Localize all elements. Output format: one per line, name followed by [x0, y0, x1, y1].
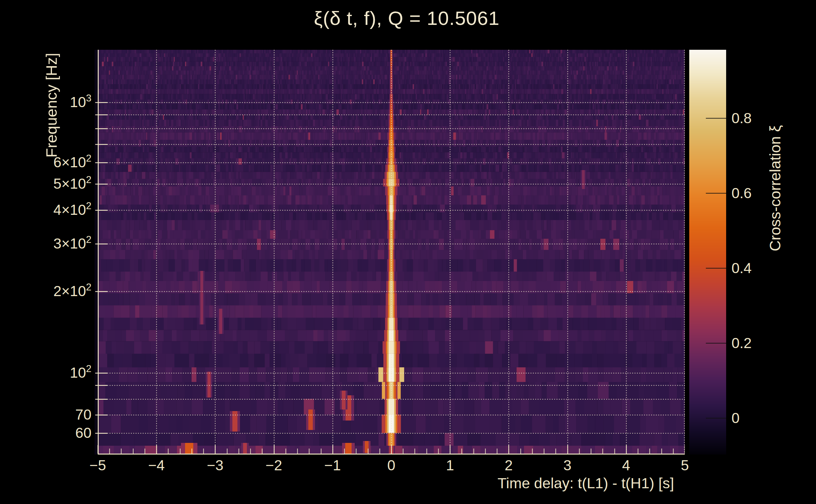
y-tick-label: 2×102: [12, 284, 91, 298]
x-tick-label: −2: [252, 458, 296, 473]
y-tick-label: 70: [12, 407, 91, 422]
colorbar: [689, 50, 726, 455]
colorbar-title: Cross-correlation ξ: [767, 26, 784, 351]
x-tick-label: 1: [428, 458, 472, 473]
x-tick-label: 5: [663, 458, 707, 473]
heatmap-plot-area: [95, 50, 685, 455]
x-axis-title: Time delay: t(L1) - t(H1) [s]: [397, 474, 775, 492]
y-tick-label: 4×102: [12, 203, 91, 217]
x-tick-label: −3: [193, 458, 237, 473]
x-tick-label: −4: [134, 458, 178, 473]
x-tick-label: −1: [311, 458, 355, 473]
colorbar-tick-label: 0: [732, 411, 782, 425]
y-axis-title: Frequency [Hz]: [43, 0, 60, 267]
chart-title: ξ(δ t, f), Q = 10.5061: [218, 7, 596, 29]
y-tick-label: 5×102: [12, 176, 91, 191]
x-tick-label: 4: [604, 458, 648, 473]
y-tick-label: 6×102: [12, 155, 91, 169]
y-tick-label: 102: [12, 365, 91, 380]
x-tick-label: 3: [545, 458, 589, 473]
x-tick-label: 0: [369, 458, 413, 473]
x-tick-label: 2: [486, 458, 531, 473]
y-tick-label: 103: [12, 95, 91, 109]
x-tick-label: −5: [76, 458, 120, 473]
y-tick-label: 60: [12, 426, 91, 440]
y-tick-label: 3×102: [12, 236, 91, 251]
cross-correlation-figure: ξ(δ t, f), Q = 10.5061 Frequency [Hz] 10…: [0, 0, 816, 504]
